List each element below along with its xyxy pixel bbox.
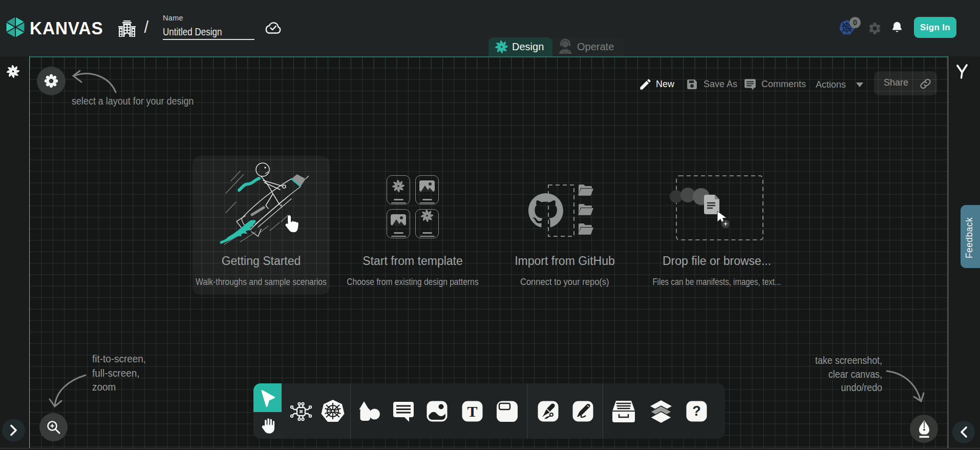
svg-text:?: ? [692,403,701,419]
svg-text:T: T [467,403,477,420]
